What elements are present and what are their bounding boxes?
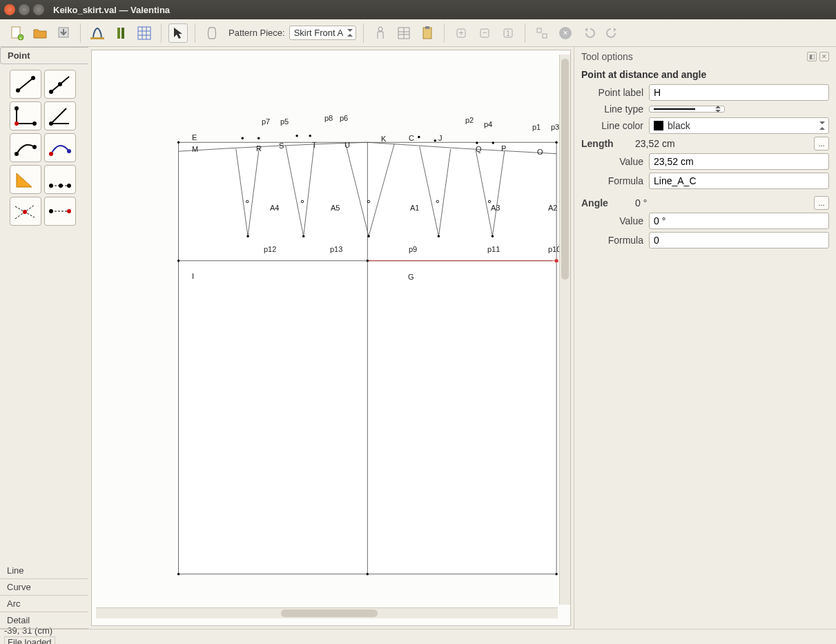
svg-point-69 [302,235,304,237]
pattern-piece-button[interactable] [111,23,130,43]
toolbar-separator [80,23,81,43]
clipboard-button[interactable] [418,23,437,43]
add-pattern-button[interactable] [202,23,222,43]
line-color-select[interactable]: black [649,117,829,134]
svg-point-78 [177,142,179,144]
panel-float-icon[interactable]: ◧ [807,52,817,61]
canvas-label: p2 [465,116,474,124]
length-value-label: Value [581,156,643,167]
canvas-area: p7p5p8p6p2p4p1p3EMRSTUKCJQPONALA4A5A1A3A… [88,47,574,629]
svg-point-42 [32,145,37,149]
canvas-label: O [537,148,543,156]
svg-rect-23 [537,28,541,32]
table-button[interactable] [394,23,414,43]
vertical-scrollbar[interactable] [559,55,570,605]
length-label: Length [581,138,630,149]
tool-cut[interactable] [44,197,76,226]
canvas-label: E [192,133,197,142]
tool-shoulder[interactable] [10,133,41,162]
window-close-button[interactable] [4,4,15,15]
tool-point-intersection[interactable] [44,165,76,194]
length-fx-button[interactable]: ... [814,137,829,150]
svg-rect-5 [138,27,150,39]
svg-point-35 [14,121,19,126]
angle-formula-input[interactable] [649,232,829,248]
svg-point-81 [367,260,369,262]
redo-button[interactable] [603,23,622,43]
point-label-input[interactable] [649,84,829,101]
svg-point-47 [59,184,63,188]
length-formula-label: Formula [581,175,643,186]
tab-curve[interactable]: Curve [0,579,88,596]
zoom-fit-button[interactable]: 1 [498,23,518,43]
svg-text:+: + [19,36,22,40]
tab-arc[interactable]: Arc [0,596,88,612]
tab-line[interactable]: Line [0,563,88,579]
tool-endpoint[interactable] [10,70,41,99]
toolbar-separator [161,23,162,43]
svg-point-63 [309,135,311,137]
canvas-label: G [408,273,414,281]
canvas-label: A2 [548,204,557,212]
drawing-canvas[interactable]: p7p5p8p6p2p4p1p3EMRSTUKCJQPONALA4A5A1A3A… [91,50,571,626]
line-type-select[interactable] [649,106,725,113]
canvas-label: I [192,272,194,280]
length-formula-input[interactable] [649,173,829,189]
pointer-tool-button[interactable] [168,23,188,43]
svg-point-51 [23,210,27,214]
svg-point-61 [257,137,260,139]
body-measurements-button[interactable] [371,23,390,43]
tool-normal[interactable] [10,101,41,130]
canvas-label: K [381,135,386,143]
window-minimize-button[interactable] [19,4,30,15]
tool-bisector[interactable] [44,101,76,130]
zoom-out-button[interactable]: − [475,23,494,43]
svg-point-84 [555,573,557,575]
toolbar-separator [363,23,364,43]
svg-point-53 [49,209,53,213]
layout-button[interactable] [135,23,154,43]
tab-point[interactable]: Point [0,47,88,64]
panel-close-icon[interactable]: ✕ [819,52,829,61]
angle-fx-button[interactable]: ... [814,196,829,210]
toolbar-separator [195,23,195,43]
line-color-label: Line color [581,120,643,131]
tool-along-line[interactable] [44,70,76,99]
canvas-label: p13 [330,245,342,253]
svg-point-59 [554,259,558,262]
svg-point-72 [492,235,494,237]
window-maximize-button[interactable] [33,4,44,15]
svg-point-71 [438,235,440,237]
save-file-button[interactable] [54,23,73,43]
horizontal-scrollbar[interactable] [96,607,558,618]
svg-point-31 [49,90,53,94]
new-file-button[interactable]: + [7,23,26,43]
svg-point-54 [67,209,71,213]
length-display: 23,52 cm [635,138,808,149]
toolbar-separator [444,23,445,43]
tool-point-of-contact[interactable] [44,133,76,162]
undo-button[interactable] [579,23,599,43]
stop-button[interactable]: × [556,23,575,43]
zoom-original-button[interactable] [532,23,552,43]
canvas-label: U [344,141,350,149]
length-value-input[interactable] [649,153,829,170]
canvas-label: A5 [331,204,340,212]
svg-point-46 [49,184,53,188]
svg-point-41 [14,152,19,156]
canvas-label: A4 [270,204,279,212]
open-file-button[interactable] [30,23,50,43]
canvas-label: J [438,134,443,142]
tool-triangle[interactable] [10,165,41,194]
svg-point-83 [367,573,369,575]
tool-line-intersect[interactable] [10,197,41,226]
canvas-label: A3 [491,204,500,212]
tab-detail[interactable]: Detail [0,612,88,629]
angle-value-input[interactable] [649,213,829,229]
pattern-piece-select[interactable]: Skirt Front A [289,26,357,40]
window-titlebar: Keiko_skirt.val — Valentina [0,0,836,19]
zoom-in-button[interactable]: + [451,23,471,43]
measurements-button[interactable] [88,23,107,43]
svg-rect-4 [90,37,104,39]
canvas-label: R [256,144,262,153]
